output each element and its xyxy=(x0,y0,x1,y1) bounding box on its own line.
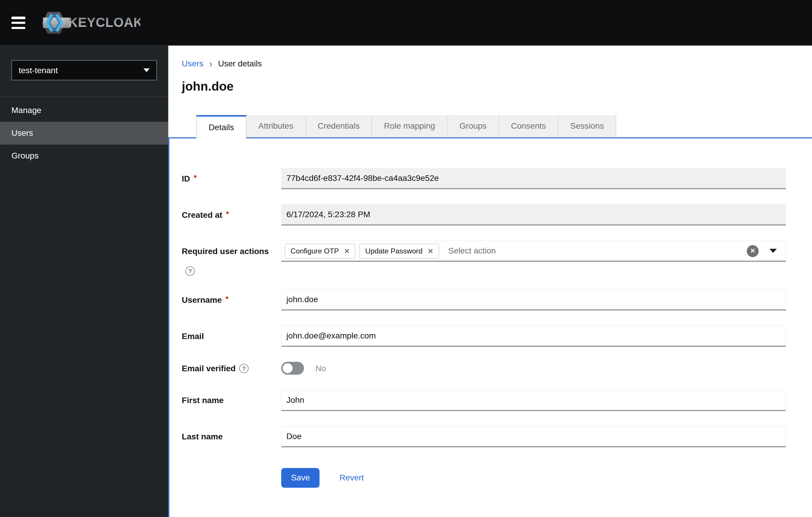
required-user-actions-multiselect[interactable]: Configure OTP ✕ Update Password ✕ ✕ xyxy=(281,241,786,262)
last-name-label: Last name xyxy=(182,432,281,441)
form-row-username: Username * xyxy=(182,289,786,310)
email-label: Email xyxy=(182,331,281,341)
save-button[interactable]: Save xyxy=(281,468,320,488)
id-field[interactable] xyxy=(281,168,786,189)
created-at-label: Created at * xyxy=(182,210,281,220)
realm-selector-value: test-tenant xyxy=(19,65,58,75)
form-row-first-name: First name xyxy=(182,390,786,411)
form-actions: Save Revert xyxy=(281,468,786,488)
required-user-actions-label: Required user actions ? xyxy=(182,241,281,276)
tab-consents[interactable]: Consents xyxy=(499,115,558,137)
tab-credentials[interactable]: Credentials xyxy=(306,115,372,137)
sidebar-item-users[interactable]: Users xyxy=(0,122,168,144)
toggle-knob xyxy=(283,363,292,373)
id-label: ID * xyxy=(182,174,281,183)
app-root: KEYCLOAK test-tenant Manage Users Groups xyxy=(0,0,812,517)
tab-role-mapping[interactable]: Role mapping xyxy=(372,115,447,137)
username-field[interactable] xyxy=(281,289,786,310)
created-at-field[interactable] xyxy=(281,204,786,225)
breadcrumb-separator-icon: › xyxy=(209,59,212,67)
form-row-id: ID * xyxy=(182,168,786,189)
keycloak-logo-graphic: KEYCLOAK xyxy=(42,11,140,35)
username-label: Username * xyxy=(182,295,281,304)
first-name-field[interactable] xyxy=(281,390,786,411)
page-title: john.doe xyxy=(182,79,812,94)
form-row-required-user-actions: Required user actions ? Configure OTP ✕ … xyxy=(182,241,786,276)
chip-configure-otp: Configure OTP ✕ xyxy=(285,243,355,258)
realm-selector-section: test-tenant xyxy=(0,46,168,97)
select-action-input[interactable] xyxy=(447,246,747,256)
realm-selector[interactable]: test-tenant xyxy=(11,60,157,80)
help-icon[interactable]: ? xyxy=(185,267,195,276)
breadcrumb-current: User details xyxy=(218,58,262,68)
tab-sessions[interactable]: Sessions xyxy=(558,115,616,137)
hamburger-menu-icon[interactable] xyxy=(11,17,25,29)
clear-selection-icon[interactable]: ✕ xyxy=(747,245,759,257)
help-icon[interactable]: ? xyxy=(239,363,249,373)
top-header: KEYCLOAK xyxy=(0,0,812,46)
tab-attributes[interactable]: Attributes xyxy=(246,115,306,137)
nav-section-label: Manage xyxy=(0,97,168,115)
revert-link[interactable]: Revert xyxy=(339,473,364,483)
tabs-right-filler xyxy=(616,115,812,137)
tab-groups[interactable]: Groups xyxy=(447,115,499,137)
first-name-label: First name xyxy=(182,396,281,405)
breadcrumb-users-link[interactable]: Users xyxy=(182,58,203,68)
details-panel: ID * Created at * xyxy=(168,137,812,517)
form-row-email: Email xyxy=(182,325,786,347)
chip-remove-icon[interactable]: ✕ xyxy=(428,248,433,254)
form-row-email-verified: Email verified ? No xyxy=(182,362,786,375)
brand-text: KEYCLOAK xyxy=(68,15,140,29)
sidebar: test-tenant Manage Users Groups xyxy=(0,46,168,517)
chip-update-password: Update Password ✕ xyxy=(359,243,439,258)
main-content: Users › User details john.doe Details At… xyxy=(168,46,812,517)
chip-remove-icon[interactable]: ✕ xyxy=(344,248,350,254)
tab-bar: Details Attributes Credentials Role mapp… xyxy=(168,115,812,137)
form-row-created-at: Created at * xyxy=(182,204,786,225)
email-field[interactable] xyxy=(281,325,786,347)
sidebar-item-groups[interactable]: Groups xyxy=(0,144,168,167)
breadcrumb: Users › User details xyxy=(182,58,812,68)
email-verified-state: No xyxy=(316,363,326,373)
email-verified-label: Email verified ? xyxy=(182,363,281,373)
email-verified-toggle[interactable] xyxy=(281,362,304,375)
keycloak-logo: KEYCLOAK xyxy=(42,11,140,35)
tab-details[interactable]: Details xyxy=(196,115,246,138)
sidebar-nav: Users Groups xyxy=(0,122,168,168)
tabs-left-spacer xyxy=(168,115,196,137)
chevron-down-icon xyxy=(144,69,150,72)
last-name-field[interactable] xyxy=(281,426,786,447)
required-asterisk: * xyxy=(194,173,197,182)
dropdown-caret-icon[interactable] xyxy=(770,249,777,253)
required-asterisk: * xyxy=(226,210,229,218)
form-row-last-name: Last name xyxy=(182,426,786,447)
required-asterisk: * xyxy=(226,295,229,303)
